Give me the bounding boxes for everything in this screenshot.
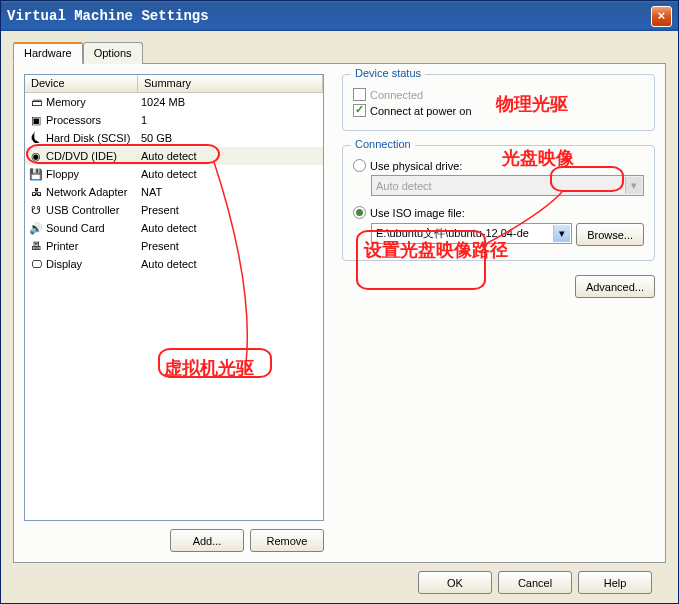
floppy-icon: 💾 xyxy=(29,167,43,181)
row-floppy[interactable]: 💾Floppy Auto detect xyxy=(25,165,323,183)
row-sound[interactable]: 🔊Sound Card Auto detect xyxy=(25,219,323,237)
display-icon: 🖵 xyxy=(29,257,43,271)
device-list-pane: Device Summary 🗃Memory 1024 MB ▣Processo… xyxy=(24,74,324,552)
tab-panel-hardware: Device Summary 🗃Memory 1024 MB ▣Processo… xyxy=(13,63,666,563)
close-button[interactable]: × xyxy=(651,6,672,27)
help-button[interactable]: Help xyxy=(578,571,652,594)
chk-connected-box xyxy=(353,88,366,101)
tab-options[interactable]: Options xyxy=(83,42,143,64)
chk-connected: Connected xyxy=(353,88,644,101)
iso-row: E:\ubuntu文件\ubuntu-12.04-de ▾ Browse... xyxy=(371,223,644,246)
cancel-button[interactable]: Cancel xyxy=(498,571,572,594)
group-device-status: Device status Connected Connect at power… xyxy=(342,74,655,131)
radio-iso-btn[interactable] xyxy=(353,206,366,219)
dialog-footer: OK Cancel Help xyxy=(13,563,666,594)
device-table-header: Device Summary xyxy=(25,75,323,93)
group-connection: Connection Use physical drive: Auto dete… xyxy=(342,145,655,261)
printer-icon: 🖶 xyxy=(29,239,43,253)
browse-button[interactable]: Browse... xyxy=(576,223,644,246)
network-icon: 🖧 xyxy=(29,185,43,199)
combo-iso-path[interactable]: E:\ubuntu文件\ubuntu-12.04-de ▾ xyxy=(371,223,572,244)
tab-strip: Hardware Options xyxy=(13,42,666,64)
chk-connect-power[interactable]: Connect at power on xyxy=(353,104,644,117)
window-title: Virtual Machine Settings xyxy=(7,8,651,24)
row-harddisk[interactable]: ⏾Hard Disk (SCSI) 50 GB xyxy=(25,129,323,147)
combo-iso-arrow[interactable]: ▾ xyxy=(553,225,570,242)
combo-physical-arrow: ▾ xyxy=(625,177,642,194)
advanced-button[interactable]: Advanced... xyxy=(575,275,655,298)
combo-physical-drive: Auto detect ▾ xyxy=(371,175,644,196)
chk-connect-power-box[interactable] xyxy=(353,104,366,117)
physical-drive-row: Auto detect ▾ xyxy=(371,175,644,196)
ok-button[interactable]: OK xyxy=(418,571,492,594)
usb-icon: ☋ xyxy=(29,203,43,217)
processor-icon: ▣ xyxy=(29,113,43,127)
vm-settings-window: Virtual Machine Settings × Hardware Opti… xyxy=(0,0,679,604)
advanced-row: Advanced... xyxy=(342,275,655,298)
row-cddvd[interactable]: ◉CD/DVD (IDE) Auto detect xyxy=(25,147,323,165)
add-remove-row: Add... Remove xyxy=(24,529,324,552)
tab-hardware[interactable]: Hardware xyxy=(13,42,83,64)
connection-title: Connection xyxy=(351,138,415,150)
device-table: Device Summary 🗃Memory 1024 MB ▣Processo… xyxy=(24,74,324,521)
radio-iso[interactable]: Use ISO image file: xyxy=(353,206,644,219)
radio-physical[interactable]: Use physical drive: xyxy=(353,159,644,172)
cd-icon: ◉ xyxy=(29,149,43,163)
device-status-title: Device status xyxy=(351,67,425,79)
sound-icon: 🔊 xyxy=(29,221,43,235)
harddisk-icon: ⏾ xyxy=(29,131,43,145)
col-summary[interactable]: Summary xyxy=(138,75,323,92)
col-device[interactable]: Device xyxy=(25,75,138,92)
remove-button[interactable]: Remove xyxy=(250,529,324,552)
row-printer[interactable]: 🖶Printer Present xyxy=(25,237,323,255)
titlebar: Virtual Machine Settings × xyxy=(1,1,678,31)
row-network[interactable]: 🖧Network Adapter NAT xyxy=(25,183,323,201)
row-usb[interactable]: ☋USB Controller Present xyxy=(25,201,323,219)
memory-icon: 🗃 xyxy=(29,95,43,109)
radio-physical-btn[interactable] xyxy=(353,159,366,172)
add-button[interactable]: Add... xyxy=(170,529,244,552)
row-display[interactable]: 🖵Display Auto detect xyxy=(25,255,323,273)
row-memory[interactable]: 🗃Memory 1024 MB xyxy=(25,93,323,111)
row-processors[interactable]: ▣Processors 1 xyxy=(25,111,323,129)
device-settings-pane: Device status Connected Connect at power… xyxy=(342,74,655,552)
